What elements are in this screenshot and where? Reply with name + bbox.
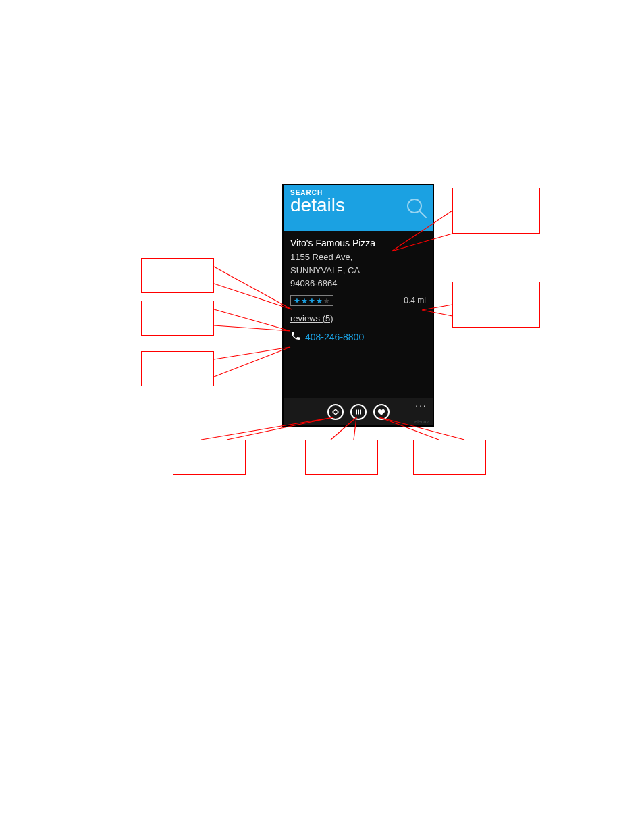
star-icon: ★ <box>301 297 308 305</box>
address-line-2: SUNNYVALE, CA <box>290 264 426 278</box>
favorite-button[interactable] <box>373 404 390 420</box>
svg-line-1 <box>420 211 426 217</box>
callout-box <box>141 258 214 293</box>
svg-point-0 <box>408 199 421 213</box>
postal-code: 94086-6864 <box>290 277 426 290</box>
header: SEARCH details <box>284 185 433 231</box>
phone-frame: SEARCH details Vito's Famous Pizza 1155 … <box>282 184 434 427</box>
phone-number: 408-246-8800 <box>305 330 364 344</box>
map-button[interactable] <box>350 404 367 420</box>
star-icon: ★ <box>308 297 315 305</box>
distance-label: 0.4 mi <box>404 294 426 307</box>
search-icon[interactable] <box>404 196 429 223</box>
star-icon: ★ <box>323 297 330 305</box>
callout-box <box>173 440 246 475</box>
place-name: Vito's Famous Pizza <box>290 236 426 251</box>
address-line-1: 1155 Reed Ave, <box>290 251 426 264</box>
more-button[interactable]: ··· <box>415 400 427 411</box>
star-icon: ★ <box>316 297 323 305</box>
details-content: Vito's Famous Pizza 1155 Reed Ave, SUNNY… <box>284 231 433 349</box>
callout-box <box>413 440 486 475</box>
phone-row[interactable]: 408-246-8800 <box>290 330 426 345</box>
star-icon: ★ <box>294 297 300 305</box>
navigate-button[interactable] <box>327 404 344 420</box>
rating-box[interactable]: ★ ★ ★ ★ ★ <box>290 295 333 306</box>
brand-label: telenav <box>413 419 429 424</box>
callout-box <box>141 301 214 336</box>
callout-box <box>452 188 540 234</box>
app-bar: ··· telenav <box>284 398 433 425</box>
callout-box <box>452 282 540 328</box>
phone-icon <box>290 330 301 345</box>
callout-box <box>305 440 378 475</box>
callout-box <box>141 351 214 386</box>
reviews-link[interactable]: reviews (5) <box>290 312 333 325</box>
